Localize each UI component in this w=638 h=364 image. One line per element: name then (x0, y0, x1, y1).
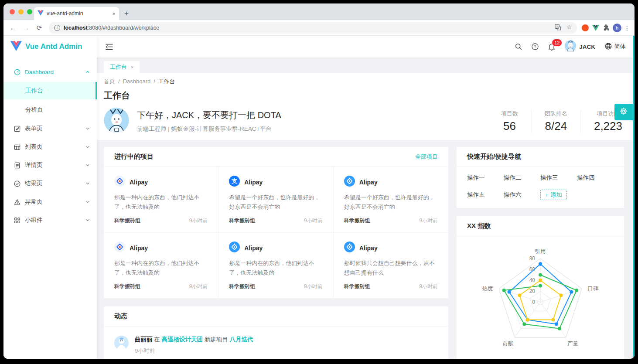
user-menu[interactable]: JACK (565, 40, 595, 53)
site-info-icon[interactable]: i (54, 25, 60, 31)
close-window-button[interactable] (10, 9, 15, 14)
url-path: :8080/#/dashboard/workplace (88, 25, 159, 31)
antd-icon (229, 242, 240, 254)
sidebar-item-列表页[interactable]: 列表页 (3, 139, 97, 155)
radar-card-title: XX 指数 (467, 222, 491, 230)
sidebar-item-工作台[interactable]: 工作台 (3, 82, 97, 99)
project-name[interactable]: Alipay (130, 179, 148, 186)
project-group-link[interactable]: 科学搬砖组 (114, 217, 140, 225)
sidebar-item-结果页[interactable]: 结果页 (3, 175, 97, 192)
sidebar-item-label: 表单页 (25, 125, 81, 133)
project-card[interactable]: Alipay那时候我只会想自己想要什么，从不想自己拥有什么科学搬砖组9小时前 (334, 233, 448, 298)
help-icon[interactable]: ? (532, 43, 539, 50)
notification-bell-icon[interactable]: 12 (548, 43, 555, 51)
new-tab-button[interactable]: + (124, 10, 129, 17)
address-bar[interactable]: i localhost:8080/#/dashboard/workplace 文… (49, 22, 577, 34)
sidebar-item-小组件[interactable]: 小组件 (3, 212, 97, 228)
app-logo[interactable]: Vue Antd Admin (3, 36, 97, 58)
antv-icon (114, 242, 125, 254)
back-icon[interactable]: ← (8, 24, 18, 31)
quick-link-操作五[interactable]: 操作五 (467, 191, 504, 199)
quick-link-操作三[interactable]: 操作三 (540, 174, 577, 182)
translate-icon[interactable]: 文 (555, 24, 561, 32)
sidebar: Vue Antd Admin Dashboard工作台分析页表单页列表页详情页结… (3, 36, 97, 359)
project-description: 那是一种内在的东西，他们到达不了，也无法触及的 (229, 259, 322, 278)
user-name: JACK (579, 44, 595, 50)
project-name[interactable]: Alipay (359, 245, 378, 252)
minimize-window-button[interactable] (18, 9, 24, 14)
theme-settings-button[interactable] (614, 104, 633, 120)
quick-link-操作一[interactable]: 操作一 (467, 174, 504, 182)
stat-label: 项目数 (501, 110, 518, 118)
svg-text:支: 支 (231, 178, 238, 184)
language-switcher[interactable]: 简体 (605, 43, 626, 51)
projects-grid: Alipay那是一种内在的东西，他们到达不了，也无法触及的科学搬砖组9小时前支A… (104, 167, 448, 298)
radar-axis-label: 口碑 (588, 286, 599, 292)
project-group-link[interactable]: 科学搬砖组 (344, 217, 370, 225)
url-text: localhost:8080/#/dashboard/workplace (64, 25, 551, 31)
browser-profile-avatar[interactable]: h (613, 24, 621, 32)
stat-value: 8/24 (545, 119, 567, 133)
quick-link-操作四[interactable]: 操作四 (577, 174, 614, 182)
all-projects-link[interactable]: 全部项目 (415, 153, 438, 161)
sidebar-item-分析页[interactable]: 分析页 (3, 101, 97, 119)
forward-icon[interactable]: → (21, 24, 31, 31)
vue-devtools-icon[interactable] (592, 24, 600, 32)
project-group-link[interactable]: 科学搬砖组 (229, 283, 255, 290)
project-card[interactable]: Alipay希望是一个好东西，也许是最好的，好东西是不会消亡的科学搬砖组9小时前 (334, 167, 448, 233)
reload-icon[interactable]: ⟳ (34, 24, 44, 32)
sidebar-item-异常页[interactable]: 异常页 (3, 194, 97, 210)
app-root: Vue Antd Admin Dashboard工作台分析页表单页列表页详情页结… (3, 36, 635, 359)
tab-close-icon[interactable]: × (112, 10, 116, 17)
project-footer: 科学搬砖组9小时前 (114, 217, 208, 225)
stat-label: 团队排名 (545, 110, 567, 118)
project-name[interactable]: Alipay (130, 245, 148, 252)
bookmark-star-icon[interactable]: ☆ (566, 24, 572, 32)
sidebar-item-表单页[interactable]: 表单页 (3, 120, 97, 137)
header-search-icon[interactable] (515, 43, 522, 50)
project-card-head: Alipay (344, 242, 438, 254)
page-tab-工作台[interactable]: 工作台× (104, 61, 140, 73)
extension-orange-icon[interactable] (581, 24, 589, 32)
tab-close-icon[interactable]: × (131, 65, 133, 70)
browser-menu-icon[interactable]: ⋮ (624, 24, 630, 31)
project-description: 希望是一个好东西，也许是最好的，好东西是不会消亡的 (229, 193, 322, 212)
profile-icon (14, 162, 20, 169)
sidebar-item-label: Dashboard (25, 69, 81, 75)
antd-icon (344, 242, 355, 254)
sidebar-item-Dashboard[interactable]: Dashboard (3, 64, 97, 80)
activity-time: 9小时前 (135, 347, 438, 355)
menu-fold-icon[interactable] (106, 44, 113, 50)
zoom-window-button[interactable] (27, 9, 32, 14)
browser-tab[interactable]: vue-antd-admin × (34, 7, 119, 20)
projects-card-title: 进行中的项目 (114, 153, 154, 161)
stat-团队排名: 团队排名8/24 (531, 110, 580, 133)
breadcrumb-item[interactable]: Dashboard (123, 78, 151, 85)
project-card[interactable]: Alipay那是一种内在的东西，他们到达不了，也无法触及的科学搬砖组9小时前 (218, 233, 333, 298)
browser-window: vue-antd-admin × + ← → ⟳ i localhost:808… (3, 3, 635, 359)
add-button[interactable]: +添加 (540, 190, 567, 200)
screenshot-stage: vue-antd-admin × + ← → ⟳ i localhost:808… (0, 0, 638, 364)
quick-link-操作六[interactable]: 操作六 (504, 191, 540, 199)
activity-link[interactable]: 高逼格设计天团 (162, 336, 205, 343)
project-name[interactable]: Alipay (244, 179, 263, 186)
content-area: 进行中的项目 全部项目 Alipay那是一种内在的东西，他们到达不了，也无法触及… (97, 140, 635, 359)
sidebar-item-详情页[interactable]: 详情页 (3, 157, 97, 173)
project-group-link[interactable]: 科学搬砖组 (344, 283, 370, 290)
project-group-link[interactable]: 科学搬砖组 (114, 283, 140, 290)
project-card[interactable]: 支Alipay希望是一个好东西，也许是最好的，好东西是不会消亡的科学搬砖组9小时… (218, 167, 333, 233)
project-name[interactable]: Alipay (359, 179, 378, 186)
chevron-down-icon (85, 180, 90, 187)
sidebar-item-label: 结果页 (25, 180, 81, 187)
project-card[interactable]: Alipay那是一种内在的东西，他们到达不了，也无法触及的科学搬砖组9小时前 (104, 167, 218, 233)
project-name[interactable]: Alipay (244, 245, 263, 252)
browser-toolbar: ← → ⟳ i localhost:8080/#/dashboard/workp… (3, 20, 635, 36)
chevron-down-icon (85, 162, 90, 169)
project-card[interactable]: Alipay那是一种内在的东西，他们到达不了，也无法触及的科学搬砖组9小时前 (104, 233, 218, 298)
chevron-up-icon (85, 69, 90, 75)
quick-link-操作二[interactable]: 操作二 (504, 174, 540, 182)
activity-link[interactable]: 八月迭代 (230, 336, 253, 343)
project-group-link[interactable]: 科学搬砖组 (229, 217, 255, 225)
breadcrumb-item[interactable]: 首页 (104, 78, 115, 85)
extensions-puzzle-icon[interactable] (602, 24, 610, 32)
